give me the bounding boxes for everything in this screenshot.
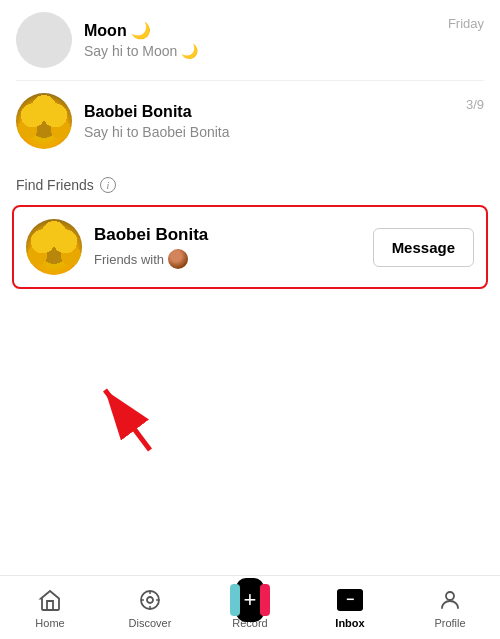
message-item-moon[interactable]: Moon 🌙 Say hi to Moon 🌙 Friday [0, 0, 500, 80]
message-name-baobei: Baobei Bonita [84, 103, 454, 121]
nav-label-discover: Discover [129, 617, 172, 629]
main-content: Moon 🌙 Say hi to Moon 🌙 Friday Baobei Bo… [0, 0, 500, 575]
info-icon[interactable]: i [100, 177, 116, 193]
message-preview-moon: Say hi to Moon 🌙 [84, 43, 436, 59]
arrow-annotation [80, 360, 180, 460]
message-info-moon: Moon 🌙 Say hi to Moon 🌙 [84, 21, 436, 59]
friend-name-baobei: Baobei Bonita [94, 225, 361, 245]
message-item-baobei[interactable]: Baobei Bonita Say hi to Baobei Bonita 3/… [0, 81, 500, 161]
mutual-text: Friends with [94, 252, 164, 267]
nav-label-inbox: Inbox [335, 617, 364, 629]
avatar-baobei-msg [16, 93, 72, 149]
avatar-friend-baobei [26, 219, 82, 275]
message-preview-baobei: Say hi to Baobei Bonita [84, 124, 454, 140]
avatar-moon [16, 12, 72, 68]
record-icon: + [236, 586, 264, 614]
svg-point-8 [446, 592, 454, 600]
message-name-moon: Moon 🌙 [84, 21, 436, 40]
svg-point-3 [147, 597, 153, 603]
nav-item-profile[interactable]: Profile [400, 586, 500, 629]
arrow-svg [80, 360, 180, 460]
inbox-icon [336, 586, 364, 614]
bottom-nav: Home Discover + Record Inbox [0, 575, 500, 639]
nav-item-inbox[interactable]: Inbox [300, 586, 400, 629]
nav-label-home: Home [35, 617, 64, 629]
profile-icon [436, 586, 464, 614]
message-time-baobei: 3/9 [466, 97, 484, 112]
svg-line-1 [105, 390, 150, 450]
message-button[interactable]: Message [373, 228, 474, 267]
nav-item-record[interactable]: + Record [200, 586, 300, 629]
friend-card-baobei[interactable]: Baobei Bonita Friends with Message [12, 205, 488, 289]
find-friends-header: Find Friends i [0, 161, 500, 201]
home-icon [36, 586, 64, 614]
find-friends-label: Find Friends [16, 177, 94, 193]
mutual-avatar [168, 249, 188, 269]
nav-label-profile: Profile [434, 617, 465, 629]
nav-item-discover[interactable]: Discover [100, 586, 200, 629]
friend-info-baobei: Baobei Bonita Friends with [94, 225, 361, 269]
message-time-moon: Friday [448, 16, 484, 31]
nav-item-home[interactable]: Home [0, 586, 100, 629]
discover-icon [136, 586, 164, 614]
message-info-baobei: Baobei Bonita Say hi to Baobei Bonita [84, 103, 454, 140]
friend-mutual-baobei: Friends with [94, 249, 361, 269]
